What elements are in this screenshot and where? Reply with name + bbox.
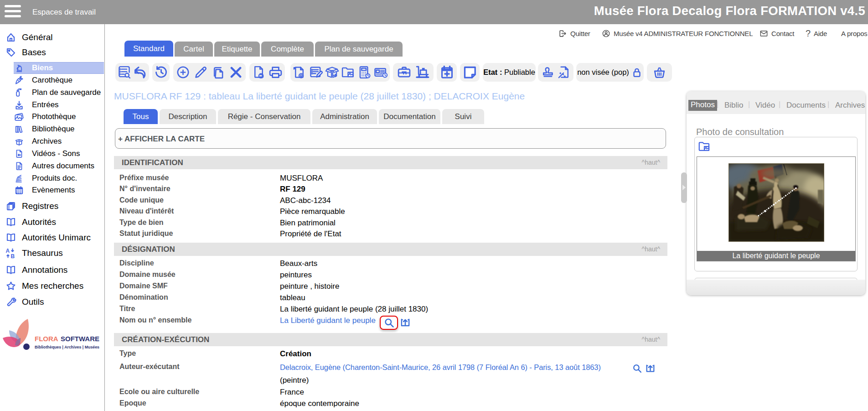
svg-text:B: B: [10, 253, 15, 259]
svg-text:SOFTWARE: SOFTWARE: [61, 335, 99, 343]
svg-text:Bibliothèques | Archives | Mus: Bibliothèques | Archives | Musées: [35, 345, 99, 349]
svg-text:A: A: [5, 248, 10, 254]
svg-text:FLORA: FLORA: [35, 335, 58, 343]
